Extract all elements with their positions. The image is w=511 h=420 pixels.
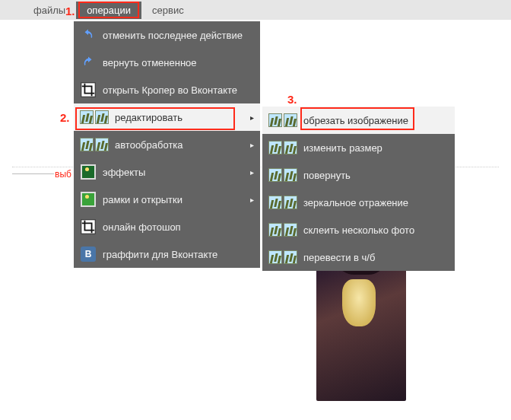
mirror-icon xyxy=(268,194,297,211)
submenu-rotate-label: повернуть xyxy=(303,170,351,181)
menu-redo[interactable]: вернуть отмененное xyxy=(74,49,260,76)
menu-graffiti-label: граффити для Вконтакте xyxy=(103,249,217,260)
menu-edit-label: редактировать xyxy=(115,112,182,123)
undo-icon xyxy=(80,27,97,43)
svg-rect-1 xyxy=(81,220,95,234)
menubar: файлы операции сервис xyxy=(0,0,511,20)
menu-online-ps[interactable]: онлайн фотошоп xyxy=(74,213,260,240)
resize-icon xyxy=(268,139,297,156)
submenu-crop[interactable]: обрезать изображение xyxy=(262,107,455,134)
submenu-rotate[interactable]: повернуть xyxy=(262,161,455,189)
submenu-arrow-icon: ▸ xyxy=(250,196,254,204)
menu-redo-label: вернуть отмененное xyxy=(103,57,197,68)
menu-frames-label: рамки и открытки xyxy=(103,194,182,205)
menu-edit[interactable]: редактировать ▸ xyxy=(74,103,260,131)
frames-icon xyxy=(80,191,97,208)
submenu-stitch[interactable]: склеить несколько фото xyxy=(262,216,455,243)
effects-icon xyxy=(80,164,97,180)
stitch-icon xyxy=(268,221,297,238)
submenu-crop-label: обрезать изображение xyxy=(303,115,408,126)
submenu-arrow-icon: ▸ xyxy=(250,141,254,149)
redo-icon xyxy=(80,54,97,71)
crop-image-icon xyxy=(268,112,297,129)
menu-operations[interactable]: операции xyxy=(76,2,141,19)
step-2-label: 2. xyxy=(60,111,70,124)
menu-graffiti[interactable]: B граффити для Вконтакте xyxy=(74,240,260,268)
submenu-bw[interactable]: перевести в ч/б xyxy=(262,243,455,271)
edit-icon xyxy=(80,109,109,126)
menu-effects[interactable]: эффекты ▸ xyxy=(74,158,260,186)
menu-frames[interactable]: рамки и открытки ▸ xyxy=(74,186,260,213)
crop-icon xyxy=(80,218,97,235)
submenu-mirror[interactable]: зеркальное отражение xyxy=(262,189,455,216)
submenu-mirror-label: зеркальное отражение xyxy=(303,197,408,208)
vk-icon: B xyxy=(80,246,97,262)
operations-dropdown: отменить последнее действие вернуть отме… xyxy=(74,21,260,268)
crop-vk-icon xyxy=(80,81,97,98)
submenu-resize-label: изменить размер xyxy=(303,142,382,154)
submenu-stitch-label: склеить несколько фото xyxy=(303,224,414,236)
menu-online-ps-label: онлайн фотошоп xyxy=(103,221,181,233)
edit-submenu: обрезать изображение изменить размер пов… xyxy=(262,107,455,271)
rotate-icon xyxy=(268,167,297,183)
submenu-arrow-icon: ▸ xyxy=(250,168,254,177)
svg-rect-0 xyxy=(81,83,95,97)
menu-undo-label: отменить последнее действие xyxy=(103,30,243,41)
submenu-bw-label: перевести в ч/б xyxy=(303,252,375,263)
menu-cropper-vk[interactable]: открыть Кропер во Вконтакте xyxy=(74,76,260,103)
menu-undo[interactable]: отменить последнее действие xyxy=(74,21,260,49)
bw-icon xyxy=(268,249,297,266)
side-label: выб xyxy=(55,169,71,180)
auto-icon xyxy=(80,136,109,153)
submenu-resize[interactable]: изменить размер xyxy=(262,134,455,161)
step-1-label: 1. xyxy=(65,5,75,18)
menu-effects-label: эффекты xyxy=(103,167,145,178)
side-separator xyxy=(12,173,54,174)
menu-auto[interactable]: автообработка ▸ xyxy=(74,131,260,158)
step-3-label: 3. xyxy=(287,93,297,106)
menu-service[interactable]: сервис xyxy=(141,2,195,19)
menu-cropper-vk-label: открыть Кропер во Вконтакте xyxy=(103,84,237,96)
menu-auto-label: автообработка xyxy=(115,139,183,151)
submenu-arrow-icon: ▸ xyxy=(250,113,254,122)
